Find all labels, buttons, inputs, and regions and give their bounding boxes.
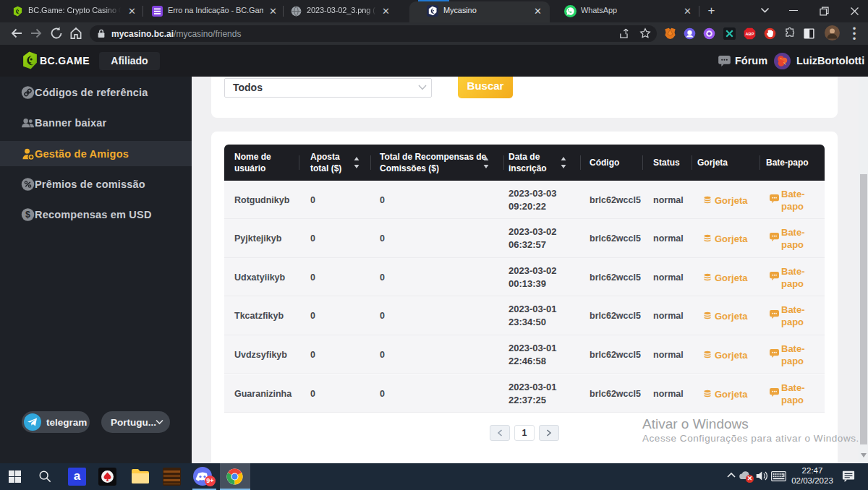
- svg-text:$: $: [25, 210, 30, 220]
- svg-text:ABP: ABP: [746, 32, 754, 36]
